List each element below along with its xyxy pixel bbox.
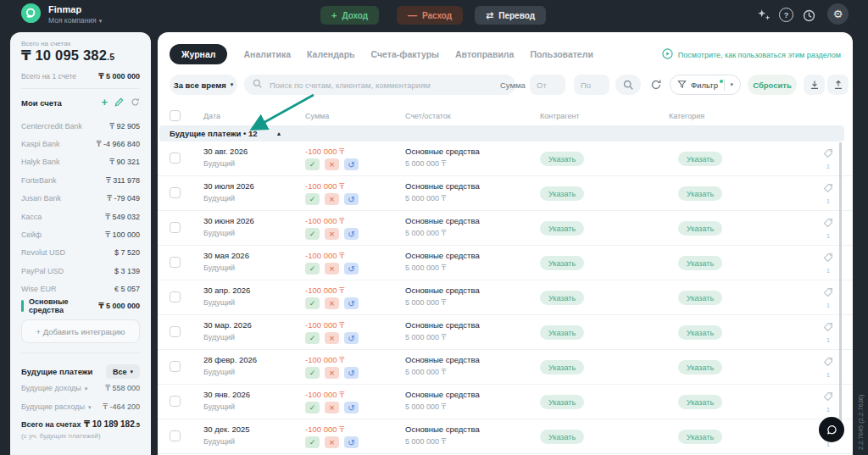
account-row[interactable]: Сейф ₸ 100 000 <box>21 225 140 243</box>
delete-payment-button[interactable]: × <box>325 367 339 379</box>
transfer-button[interactable]: ⇄Перевод <box>475 6 546 25</box>
repeat-payment-button[interactable]: ↺ <box>344 332 359 344</box>
upload-icon[interactable] <box>827 75 849 95</box>
future-income-row[interactable]: Будущие доходы▾ ₸ 558 000 <box>21 384 140 392</box>
tab-invoices[interactable]: Счета-фактуры <box>371 49 440 59</box>
confirm-payment-button[interactable]: ✓ <box>305 158 320 170</box>
edit-accounts-icon[interactable] <box>114 95 124 110</box>
category-badge[interactable]: Указать <box>678 291 722 305</box>
confirm-payment-button[interactable]: ✓ <box>305 436 320 448</box>
delete-payment-button[interactable]: × <box>325 436 339 448</box>
refresh-icon[interactable] <box>648 75 665 95</box>
delete-payment-button[interactable]: × <box>325 228 339 240</box>
income-button[interactable]: +Доход <box>320 6 379 25</box>
account-row[interactable]: PayPal USD $ 3 139 <box>21 262 140 280</box>
apply-search-button[interactable] <box>615 75 641 95</box>
tag-button[interactable]: 1 <box>821 286 835 309</box>
counterparty-badge[interactable]: Указать <box>540 256 584 270</box>
delete-payment-button[interactable]: × <box>325 332 339 344</box>
row-checkbox[interactable] <box>170 396 181 407</box>
delete-payment-button[interactable]: × <box>325 402 339 413</box>
future-filter-dropdown[interactable]: Все▾ <box>106 364 140 379</box>
row-checkbox[interactable] <box>170 430 181 441</box>
confirm-payment-button[interactable]: ✓ <box>305 367 320 379</box>
delete-payment-button[interactable]: × <box>325 158 339 170</box>
download-icon[interactable] <box>804 75 825 95</box>
row-checkbox[interactable] <box>170 153 181 164</box>
repeat-payment-button[interactable]: ↺ <box>344 297 359 309</box>
category-badge[interactable]: Указать <box>678 186 722 201</box>
tag-button[interactable]: 1 <box>821 390 835 413</box>
confirm-payment-button[interactable]: ✓ <box>305 332 320 344</box>
repeat-payment-button[interactable]: ↺ <box>344 228 359 240</box>
confirm-payment-button[interactable]: ✓ <box>305 263 320 275</box>
category-badge[interactable]: Указать <box>678 325 722 340</box>
row-checkbox[interactable] <box>170 361 181 372</box>
counterparty-badge[interactable]: Указать <box>540 360 584 375</box>
column-counterparty[interactable]: Контрагент <box>540 112 580 120</box>
reset-filters-button[interactable]: Сбросить <box>748 75 797 95</box>
repeat-payment-button[interactable]: ↺ <box>344 158 359 170</box>
search-input[interactable] <box>268 80 507 91</box>
counterparty-badge[interactable]: Указать <box>540 430 584 444</box>
tag-button[interactable]: 1 <box>821 355 835 379</box>
sparkle-icon[interactable] <box>757 8 772 24</box>
row-checkbox[interactable] <box>170 222 181 233</box>
confirm-payment-button[interactable]: ✓ <box>305 228 320 240</box>
category-badge[interactable]: Указать <box>678 152 722 166</box>
tag-button[interactable]: 1 <box>821 216 835 240</box>
column-category[interactable]: Категория <box>669 112 704 120</box>
finmap-logo-icon[interactable] <box>21 3 41 23</box>
chat-button[interactable] <box>819 417 844 442</box>
counterparty-badge[interactable]: Указать <box>540 291 584 305</box>
add-integration-button[interactable]: + Добавить интеграцию <box>21 319 140 343</box>
account-row[interactable]: Касса ₸ 549 032 <box>21 208 140 225</box>
tab-autorules[interactable]: Автоправила <box>455 49 514 59</box>
period-dropdown[interactable]: За все время▾ <box>170 75 237 95</box>
tab-analytics[interactable]: Аналитика <box>243 49 291 59</box>
group-header-future-payments[interactable]: Будущие платежи • 12 ▲ <box>159 125 844 141</box>
category-badge[interactable]: Указать <box>678 360 722 375</box>
category-badge[interactable]: Указать <box>678 256 722 270</box>
select-all-checkbox[interactable] <box>170 110 181 121</box>
amount-to-input[interactable] <box>574 75 609 95</box>
account-row[interactable]: Halyk Bank ₸ 90 321 <box>21 153 140 171</box>
account-row[interactable]: Jusan Bank ₸ -79 049 <box>21 190 140 208</box>
help-icon[interactable]: ? <box>779 8 793 22</box>
tag-button[interactable]: 1 <box>821 251 835 275</box>
account-row[interactable]: Centercredit Bank ₸ 92 905 <box>21 117 140 135</box>
counterparty-badge[interactable]: Указать <box>540 221 584 236</box>
row-checkbox[interactable] <box>170 291 181 302</box>
tag-button[interactable]: 1 <box>821 320 835 344</box>
expense-button[interactable]: —Расход <box>397 6 463 25</box>
category-badge[interactable]: Указать <box>678 395 722 409</box>
account-row[interactable]: Kaspi Bank ₸ -4 966 840 <box>21 135 140 153</box>
confirm-payment-button[interactable]: ✓ <box>305 193 320 205</box>
tab-journal[interactable]: Журнал <box>170 44 227 64</box>
counterparty-badge[interactable]: Указать <box>540 325 584 340</box>
section-help-link[interactable]: Посмотрите, как пользоваться этим раздел… <box>662 48 841 61</box>
future-expense-row[interactable]: Будущие расходы▾ ₸ -464 200 <box>21 402 140 411</box>
tab-calendar[interactable]: Календарь <box>307 49 354 59</box>
confirm-payment-button[interactable]: ✓ <box>305 297 320 309</box>
row-checkbox[interactable] <box>170 257 181 268</box>
category-badge[interactable]: Указать <box>678 221 722 236</box>
tab-users[interactable]: Пользователи <box>530 49 593 59</box>
repeat-payment-button[interactable]: ↺ <box>344 263 359 275</box>
account-row[interactable]: Revolut USD $ 7 520 <box>21 244 140 262</box>
row-checkbox[interactable] <box>170 187 181 198</box>
account-row[interactable]: Wise EUR € 5 057 <box>21 280 140 298</box>
category-badge[interactable]: Указать <box>678 430 722 444</box>
repeat-payment-button[interactable]: ↺ <box>344 402 359 413</box>
delete-payment-button[interactable]: × <box>325 263 339 275</box>
counterparty-badge[interactable]: Указать <box>540 152 584 166</box>
company-menu[interactable]: Моя компания▾ <box>48 16 102 25</box>
repeat-payment-button[interactable]: ↺ <box>344 367 359 379</box>
refresh-accounts-icon[interactable] <box>131 95 140 110</box>
history-icon[interactable] <box>802 8 817 24</box>
row-checkbox[interactable] <box>170 326 181 337</box>
repeat-payment-button[interactable]: ↺ <box>344 436 359 448</box>
column-amount[interactable]: Сумма <box>305 112 329 120</box>
confirm-payment-button[interactable]: ✓ <box>305 402 320 413</box>
settings-gear-icon[interactable]: ⚙ <box>827 3 849 25</box>
